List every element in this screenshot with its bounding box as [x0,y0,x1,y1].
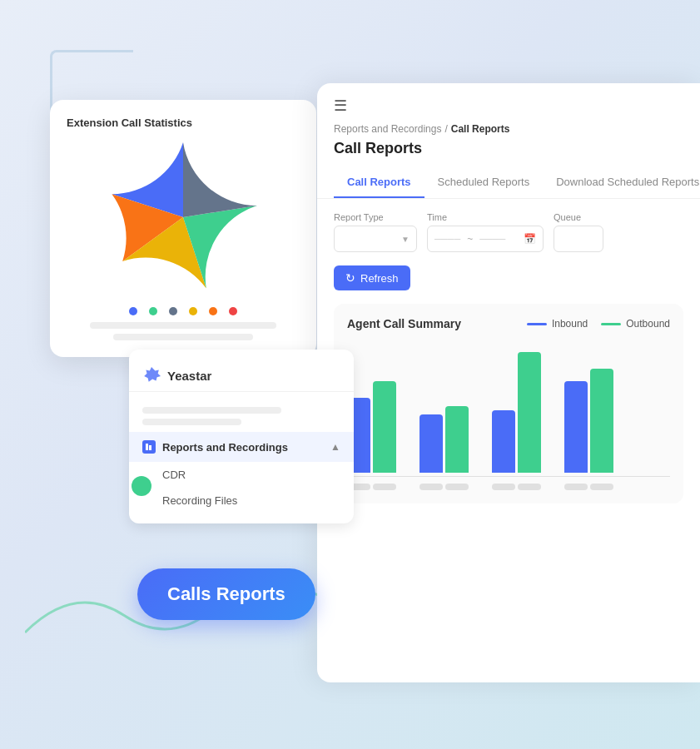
sidebar-skeleton-2 [142,419,241,425]
queue-filter: Queue [554,212,603,252]
queue-select[interactable] [554,226,603,252]
legend-outbound-bar [601,323,621,325]
legend-orange [209,307,217,315]
bar-group-3 [492,352,541,473]
calendar-icon: 📅 [524,233,536,245]
bar-green-4 [590,369,613,473]
sidebar-recording-label: Recording Files [162,494,237,507]
legend-inbound: Inbound [527,318,588,330]
tabs-container: Call Reports Scheduled Reports Download … [334,167,683,198]
panel-body: Report Type ▼ Time ──── ~ ──── 📅 Queue [317,199,700,517]
skeleton-bar-1 [90,322,276,329]
page-title: Call Reports [334,140,683,157]
skeleton-bar-2 [113,334,253,340]
x-label-2b [445,484,469,490]
report-type-filter: Report Type ▼ [334,212,417,252]
x-label-4b [590,484,613,490]
x-spacer-1 [403,484,413,490]
queue-label: Queue [554,212,603,222]
cta-label: Calls Reports [167,583,285,604]
breadcrumb: Reports and Recordings / Call Reports [334,123,683,135]
x-label-3a [492,484,515,490]
bar-group-2 [420,406,469,473]
pie-legend [67,307,300,315]
breadcrumb-parent: Reports and Recordings [334,123,441,135]
sidebar-menu-card: Yeastar Reports and Recordings ▲ CDR Rec… [129,350,354,523]
report-type-label: Report Type [334,212,417,222]
x-spacer-2 [475,484,485,490]
legend-inbound-bar [527,323,547,325]
time-start: ──── [434,234,460,244]
reports-icon-svg [145,443,153,451]
x-label-group-4 [564,484,613,490]
tab-call-reports[interactable]: Call Reports [334,167,424,198]
reports-icon [142,440,156,454]
bar-blue-2 [420,414,443,473]
filter-row: Report Type ▼ Time ──── ~ ──── 📅 Queue [334,212,683,252]
yeastar-logo-icon [142,366,161,384]
hamburger-menu-icon[interactable]: ☰ [334,97,683,115]
time-end: ──── [479,234,505,244]
legend-green [149,307,157,315]
sidebar-cdr-label: CDR [162,469,186,481]
green-dot-decoration [132,476,151,496]
pie-chart-container [67,142,300,302]
x-label-group-1 [347,484,396,490]
time-filter: Time ──── ~ ──── 📅 [427,212,544,252]
svg-rect-1 [146,444,148,450]
sidebar-reports-label: Reports and Recordings [162,441,288,454]
tab-download-scheduled[interactable]: Download Scheduled Reports [543,167,700,198]
tab-scheduled-reports[interactable]: Scheduled Reports [424,167,544,198]
legend-outbound: Outbound [601,318,670,330]
time-picker[interactable]: ──── ~ ──── 📅 [427,226,544,252]
svg-rect-2 [149,445,151,450]
legend-inbound-label: Inbound [552,318,588,330]
x-label-1b [373,484,396,490]
bar-blue-3 [492,410,515,473]
breadcrumb-current: Call Reports [451,123,510,135]
chevron-down-icon: ▼ [401,235,410,244]
x-label-4a [564,484,588,490]
breadcrumb-separator: / [444,123,447,135]
x-label-2a [420,484,443,490]
legend-outbound-label: Outbound [626,318,670,330]
sidebar-skeleton-1 [142,407,281,414]
bar-chart [347,344,670,477]
calls-reports-cta-button[interactable]: Calls Reports [137,568,315,620]
sidebar-chevron-icon: ▲ [330,441,340,453]
x-spacer-3 [548,484,558,490]
legend-red [229,307,237,315]
bar-blue-4 [564,381,588,473]
chart-section: Agent Call Summary Inbound Outbound [334,304,683,503]
extension-call-statistics-card: Extension Call Statistics [50,100,316,357]
legend-dot-green [149,307,157,315]
bar-group-1 [347,381,396,473]
chart-title: Agent Call Summary [347,317,461,330]
report-type-select[interactable]: ▼ [334,226,417,252]
bar-green-2 [445,406,469,473]
chart-header: Agent Call Summary Inbound Outbound [347,317,670,330]
sidebar-sub-cdr[interactable]: CDR [129,462,354,488]
chart-legend: Inbound Outbound [527,318,670,330]
legend-yellow [189,307,197,315]
main-panel: ☰ Reports and Recordings / Call Reports … [317,83,700,682]
refresh-icon: ↻ [345,271,355,285]
refresh-button[interactable]: ↻ Refresh [334,265,410,290]
panel-header: ☰ Reports and Recordings / Call Reports … [317,83,700,199]
bar-green-3 [518,352,541,473]
legend-dot-yellow [189,307,197,315]
legend-dot-orange [209,307,217,315]
bar-group-4 [564,369,613,473]
sidebar-sub-recording[interactable]: Recording Files [129,488,354,513]
time-separator: ~ [467,233,473,245]
x-label-3b [518,484,541,490]
refresh-label: Refresh [360,272,399,285]
sidebar-item-reports[interactable]: Reports and Recordings ▲ [129,432,354,462]
legend-dot-blue [129,307,137,315]
bar-green-1 [373,381,396,473]
legend-gray [169,307,177,315]
x-label-group-2 [420,484,469,490]
legend-dot-red [229,307,237,315]
chart-x-labels [347,484,670,490]
legend-blue [129,307,137,315]
